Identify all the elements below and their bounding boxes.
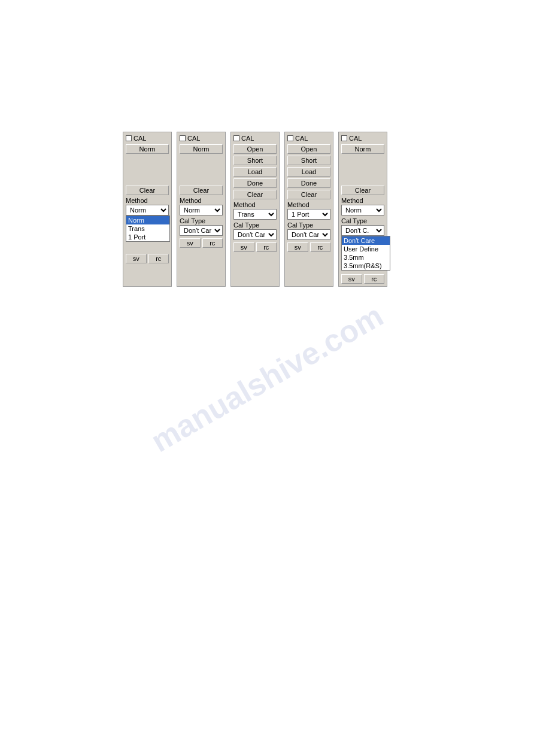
cal-panel-2: CAL Norm Clear Method Norm Trans 1 Port … bbox=[177, 132, 226, 287]
cal-checkbox-5[interactable] bbox=[341, 135, 347, 141]
cal-panel-1: CAL Norm Clear Method Norm Trans 1 Port … bbox=[123, 132, 172, 287]
caltype-label-3: Cal Type bbox=[233, 221, 277, 229]
cal-title-2: CAL bbox=[187, 135, 200, 142]
method-label-5: Method bbox=[341, 197, 384, 204]
bottom-buttons-3: sv rc bbox=[233, 242, 277, 252]
cal-title-1: CAL bbox=[134, 135, 146, 142]
sv-button-2[interactable]: sv bbox=[180, 238, 201, 248]
cal-checkbox-4[interactable] bbox=[287, 135, 293, 141]
method-dropdown-1[interactable]: Norm Trans 1 Port bbox=[126, 215, 170, 242]
caltype-label-5: Cal Type bbox=[341, 217, 384, 224]
method-select-2[interactable]: Norm Trans 1 Port bbox=[180, 205, 223, 215]
cal-checkbox-2[interactable] bbox=[180, 135, 186, 141]
rc-button-2[interactable]: rc bbox=[202, 238, 223, 248]
panels-container: CAL Norm Clear Method Norm Trans 1 Port … bbox=[123, 132, 387, 287]
caltype-select-5[interactable]: Don't C. User Define 3.5mm 3.5mm(R&S) bbox=[341, 225, 384, 236]
method-select-4[interactable]: Norm Trans 1 Port bbox=[287, 209, 330, 220]
done-button-4[interactable]: Done bbox=[287, 178, 330, 188]
short-button-4[interactable]: Short bbox=[287, 156, 330, 165]
cal-panel-3: CAL Open Short Load Done Clear Method No… bbox=[230, 132, 280, 287]
caltype-select-2[interactable]: Don't Care User Define 3.5mm 3.5mm(R&S) bbox=[180, 225, 223, 236]
cal-header-1: CAL bbox=[126, 135, 169, 142]
method-select-5[interactable]: Norm Trans 1 Port bbox=[341, 205, 384, 215]
method-label-1: Method bbox=[126, 197, 169, 204]
dropdown-item-norm[interactable]: Norm bbox=[126, 216, 169, 224]
cal-title-4: CAL bbox=[295, 135, 308, 142]
done-button-3[interactable]: Done bbox=[233, 178, 277, 188]
open-button-4[interactable]: Open bbox=[287, 144, 330, 154]
open-button-3[interactable]: Open bbox=[233, 144, 277, 154]
bottom-buttons-2: sv rc bbox=[180, 238, 223, 248]
method-label-2: Method bbox=[180, 197, 223, 204]
cal-header-2: CAL bbox=[180, 135, 223, 142]
cal-title-5: CAL bbox=[349, 135, 362, 142]
caltype-dropdown-5[interactable]: Don't Care User Define 3.5mm 3.5mm(R&S) bbox=[341, 236, 390, 271]
watermark-text: manualshive.com bbox=[145, 297, 389, 459]
rc-button-1[interactable]: rc bbox=[148, 254, 169, 263]
sv-button-5[interactable]: sv bbox=[341, 274, 362, 284]
cal-header-3: CAL bbox=[233, 135, 277, 142]
cal-panel-4: CAL Open Short Load Done Clear Method No… bbox=[284, 132, 333, 287]
method-select-1[interactable]: Norm Trans 1 Port bbox=[126, 205, 169, 215]
cal-checkbox-1[interactable] bbox=[126, 135, 132, 141]
short-button-3[interactable]: Short bbox=[233, 156, 277, 165]
method-label-3: Method bbox=[233, 201, 277, 208]
cal-panel-5: CAL Norm Clear Method Norm Trans 1 Port … bbox=[338, 132, 387, 287]
bottom-buttons-4: sv rc bbox=[287, 242, 330, 252]
cal-checkbox-3[interactable] bbox=[233, 135, 239, 141]
cal-title-3: CAL bbox=[241, 135, 254, 142]
rc-button-3[interactable]: rc bbox=[256, 242, 277, 252]
norm-button-5[interactable]: Norm bbox=[341, 144, 384, 154]
cal-header-5: CAL bbox=[341, 135, 384, 142]
rc-button-5[interactable]: rc bbox=[364, 274, 385, 284]
rc-button-4[interactable]: rc bbox=[310, 242, 331, 252]
clear-button-3[interactable]: Clear bbox=[233, 190, 277, 199]
load-button-4[interactable]: Load bbox=[287, 167, 330, 177]
sv-button-3[interactable]: sv bbox=[233, 242, 254, 252]
caltype-select-4[interactable]: Don't Care User Define 3.5mm 3.5mm(R&S) bbox=[287, 229, 330, 240]
norm-button-1[interactable]: Norm bbox=[126, 144, 169, 154]
cal-header-4: CAL bbox=[287, 135, 330, 142]
bottom-buttons-1: sv rc bbox=[126, 254, 169, 263]
caltype-label-4: Cal Type bbox=[287, 221, 330, 229]
method-select-3[interactable]: Norm Trans 1 Port bbox=[233, 209, 277, 220]
caltype-item-dontcare[interactable]: Don't Care bbox=[342, 236, 390, 245]
bottom-buttons-5: sv rc bbox=[341, 274, 384, 284]
caltype-item-userdefine[interactable]: User Define bbox=[342, 245, 390, 253]
caltype-item-3p5mm[interactable]: 3.5mm bbox=[342, 253, 390, 262]
clear-button-4[interactable]: Clear bbox=[287, 190, 330, 199]
clear-button-5[interactable]: Clear bbox=[341, 186, 384, 195]
caltype-label-2: Cal Type bbox=[180, 217, 223, 224]
dropdown-item-trans[interactable]: Trans bbox=[126, 224, 169, 233]
sv-button-4[interactable]: sv bbox=[287, 242, 308, 252]
sv-button-1[interactable]: sv bbox=[126, 254, 147, 263]
dropdown-item-1port[interactable]: 1 Port bbox=[126, 233, 169, 241]
norm-button-2[interactable]: Norm bbox=[180, 144, 223, 154]
caltype-select-3[interactable]: Don't Care User Define 3.5mm 3.5mm(R&S) bbox=[233, 229, 277, 240]
load-button-3[interactable]: Load bbox=[233, 167, 277, 177]
method-label-4: Method bbox=[287, 201, 330, 208]
clear-button-1[interactable]: Clear bbox=[126, 186, 169, 195]
clear-button-2[interactable]: Clear bbox=[180, 186, 223, 195]
caltype-item-3p5mmrs[interactable]: 3.5mm(R&S) bbox=[342, 262, 390, 270]
